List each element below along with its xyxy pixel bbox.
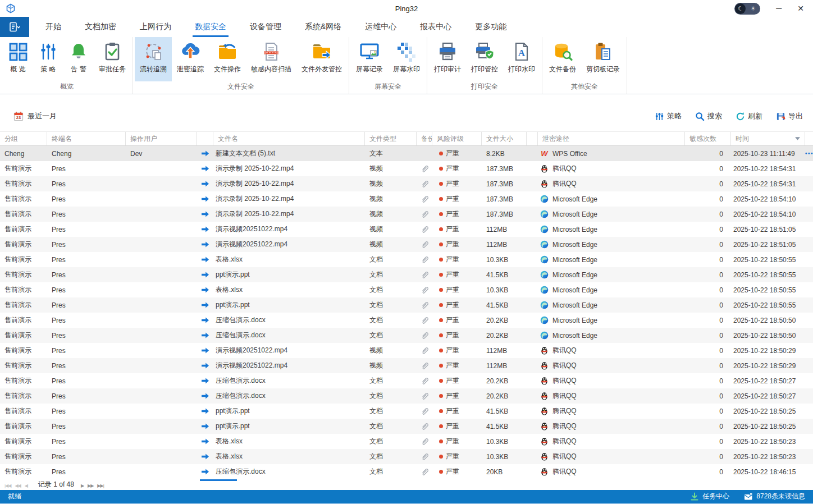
- column-header-10[interactable]: 泄密途径: [538, 132, 685, 145]
- tab-7[interactable]: 报表中心: [408, 17, 463, 37]
- tab-2[interactable]: 上网行为: [128, 17, 183, 37]
- toolbar-refresh-button[interactable]: 刷新: [736, 111, 762, 121]
- table-row[interactable]: 售前演示Pres压缩包演示.docx文档严重20.2KB腾讯QQ02025-10…: [0, 373, 813, 388]
- table-row[interactable]: ChengChengDev新建文本文档 (5).txt文本严重8.2KBWWPS…: [0, 146, 813, 161]
- toolbar-search-button[interactable]: 搜索: [695, 111, 722, 121]
- close-button[interactable]: ✕: [797, 4, 804, 12]
- forward-arrow-icon[interactable]: [201, 149, 209, 158]
- column-header-11[interactable]: 敏感次数: [685, 132, 731, 145]
- forward-arrow-icon[interactable]: [201, 346, 209, 355]
- pager-first-button[interactable]: |◀◀: [4, 483, 11, 488]
- ribbon-button-file-outgoing[interactable]: 文件外发管控: [296, 37, 347, 81]
- ribbon-button-print-audit[interactable]: 打印审计: [429, 37, 466, 81]
- ribbon-button-print-control[interactable]: 打印管控: [466, 37, 503, 81]
- forward-arrow-icon[interactable]: [201, 377, 209, 385]
- table-row[interactable]: 售前演示Pres演示视频20251022.mp4视频严重112MBMicroso…: [0, 222, 813, 237]
- ribbon-button-flow-trace[interactable]: 流转追溯: [135, 37, 172, 81]
- pager-next-button[interactable]: ▶: [81, 483, 84, 488]
- forward-arrow-icon[interactable]: [201, 301, 209, 309]
- horizontal-scrollbar-thumb[interactable]: [200, 479, 237, 481]
- forward-arrow-icon[interactable]: [201, 468, 209, 476]
- tab-6[interactable]: 运维中心: [353, 17, 408, 37]
- ribbon-button-approval-tasks[interactable]: 审批任务: [94, 37, 131, 81]
- ribbon-button-overview[interactable]: 概 览: [3, 37, 33, 81]
- forward-arrow-icon[interactable]: [201, 180, 209, 188]
- table-row[interactable]: 售前演示Pres压缩包演示.docx文档严重20.2KB腾讯QQ02025-10…: [0, 388, 813, 404]
- ribbon-button-screen-watermark[interactable]: 屏幕水印: [388, 37, 425, 81]
- forward-arrow-icon[interactable]: [201, 271, 209, 279]
- forward-arrow-icon[interactable]: [201, 392, 209, 400]
- forward-arrow-icon[interactable]: [201, 407, 209, 415]
- forward-arrow-icon[interactable]: [201, 286, 209, 294]
- column-header-5[interactable]: 文件类型: [365, 132, 417, 145]
- column-header-7[interactable]: 风险评级: [432, 132, 482, 145]
- pager-prev-page-button[interactable]: ◀◀: [15, 483, 20, 488]
- row-actions-button[interactable]: •••: [805, 150, 813, 157]
- table-row[interactable]: 售前演示Pres演示录制 2025-10-22.mp4视频严重187.3MB腾讯…: [0, 161, 813, 176]
- table-row[interactable]: 售前演示Pres演示视频20251022.mp4视频严重112MB腾讯QQ020…: [0, 358, 813, 373]
- tab-5[interactable]: 系统&网络: [293, 17, 353, 37]
- ribbon-button-screen-record[interactable]: 屏幕记录: [351, 37, 388, 81]
- table-row[interactable]: 售前演示Pres表格.xlsx文档严重10.3KBMicrosoft Edge0…: [0, 282, 813, 297]
- table-row[interactable]: 售前演示Presppt演示.ppt文档严重41.5KB腾讯QQ02025-10-…: [0, 419, 813, 434]
- forward-arrow-icon[interactable]: [201, 422, 209, 430]
- forward-arrow-icon[interactable]: [201, 331, 209, 340]
- tab-8[interactable]: 更多功能: [463, 17, 518, 37]
- forward-arrow-icon[interactable]: [201, 361, 209, 370]
- forward-arrow-icon[interactable]: [201, 210, 209, 218]
- column-header-1[interactable]: 终端名: [47, 132, 126, 145]
- column-filter-arrow-icon[interactable]: [795, 137, 800, 140]
- app-menu-button[interactable]: [0, 17, 29, 37]
- ribbon-button-print-watermark[interactable]: A打印水印: [503, 37, 540, 81]
- table-row[interactable]: 售前演示Pres演示录制 2025-10-22.mp4视频严重187.3MBMi…: [0, 207, 813, 222]
- date-range-filter[interactable]: 23 最近一月: [13, 111, 57, 121]
- table-row[interactable]: 售前演示Pres演示录制 2025-10-22.mp4视频严重187.3MB腾讯…: [0, 176, 813, 191]
- pager-next-page-button[interactable]: ▶▶: [88, 483, 93, 488]
- ribbon-button-alert[interactable]: 告 警: [63, 37, 94, 81]
- column-header-12[interactable]: 时间: [731, 132, 805, 145]
- task-center-button[interactable]: 任务中心: [690, 492, 729, 501]
- column-header-8[interactable]: 文件大小: [482, 132, 527, 145]
- table-row[interactable]: 售前演示Presppt演示.ppt文档严重41.5KBMicrosoft Edg…: [0, 267, 813, 282]
- table-row[interactable]: 售前演示Pres演示录制 2025-10-22.mp4视频严重187.3MBMi…: [0, 191, 813, 207]
- forward-arrow-icon[interactable]: [201, 255, 209, 264]
- forward-arrow-icon[interactable]: [201, 225, 209, 233]
- ribbon-button-file-backup[interactable]: 文件备份: [544, 37, 581, 81]
- column-header-2[interactable]: 操作用户: [126, 132, 197, 145]
- column-header-6[interactable]: 备份: [417, 132, 432, 145]
- unread-messages-button[interactable]: 8728条未读信息: [744, 492, 805, 501]
- toolbar-policy-button[interactable]: 策略: [655, 111, 682, 121]
- theme-toggle[interactable]: ☾ ☀: [734, 3, 760, 15]
- forward-arrow-icon[interactable]: [201, 240, 209, 249]
- table-row[interactable]: 售前演示Pres压缩包演示.docx文档严重20.2KBMicrosoft Ed…: [0, 313, 813, 328]
- column-header-13[interactable]: [805, 132, 813, 145]
- ribbon-button-leak-track[interactable]: 泄密追踪: [172, 37, 209, 81]
- column-header-4[interactable]: 文件名: [213, 132, 365, 145]
- column-header-0[interactable]: 分组: [0, 132, 47, 145]
- table-row[interactable]: 售前演示Pres演示视频20251022.mp4视频严重112MBMicroso…: [0, 237, 813, 252]
- table-row[interactable]: 售前演示Presppt演示.ppt文档严重41.5KBMicrosoft Edg…: [0, 297, 813, 313]
- forward-arrow-icon[interactable]: [201, 437, 209, 446]
- toolbar-export-button[interactable]: 导出: [776, 111, 803, 121]
- forward-arrow-icon[interactable]: [201, 195, 209, 203]
- tab-3[interactable]: 数据安全: [183, 17, 238, 37]
- ribbon-button-content-scan[interactable]: 敏感内容扫描: [246, 37, 296, 81]
- pager-prev-button[interactable]: ◀: [25, 483, 28, 488]
- table-row[interactable]: 售前演示Pres表格.xlsx文档严重10.3KB腾讯QQ02025-10-22…: [0, 434, 813, 449]
- forward-arrow-icon[interactable]: [201, 316, 209, 324]
- pager-last-button[interactable]: ▶▶|: [97, 483, 103, 488]
- tab-1[interactable]: 文档加密: [73, 17, 128, 37]
- ribbon-button-file-ops[interactable]: 文件操作: [209, 37, 246, 81]
- forward-arrow-icon[interactable]: [201, 452, 209, 461]
- tab-0[interactable]: 开始: [34, 17, 73, 37]
- minimize-button[interactable]: ─: [776, 4, 782, 12]
- table-row[interactable]: 售前演示Pres演示视频20251022.mp4视频严重112MB腾讯QQ020…: [0, 343, 813, 358]
- table-row[interactable]: 售前演示Presppt演示.ppt文档严重41.5KB腾讯QQ02025-10-…: [0, 404, 813, 419]
- forward-arrow-icon[interactable]: [201, 164, 209, 173]
- ribbon-button-clipboard-record[interactable]: 剪切板记录: [581, 37, 625, 81]
- tab-4[interactable]: 设备管理: [238, 17, 293, 37]
- table-row[interactable]: 售前演示Pres表格.xlsx文档严重10.3KB腾讯QQ02025-10-22…: [0, 449, 813, 464]
- column-header-9[interactable]: [527, 132, 538, 145]
- column-header-3[interactable]: [197, 132, 213, 145]
- table-row[interactable]: 售前演示Pres表格.xlsx文档严重10.3KBMicrosoft Edge0…: [0, 252, 813, 267]
